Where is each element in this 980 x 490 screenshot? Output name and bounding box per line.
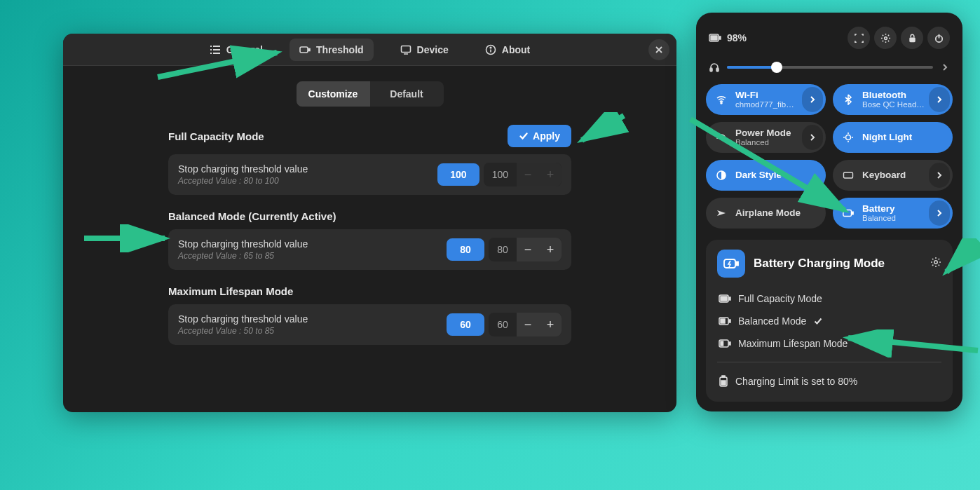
svg-point-26 — [846, 135, 851, 140]
threshold-stepper[interactable]: 80 − + — [489, 238, 562, 261]
settings-button[interactable] — [874, 27, 897, 49]
svg-rect-2 — [210, 49, 212, 50]
check-icon — [519, 131, 529, 141]
battery-full-icon — [719, 294, 731, 303]
lock-icon — [907, 33, 918, 43]
threshold-hint: Accepted Value : 80 to 100 — [178, 176, 437, 186]
bluetooth-submenu[interactable] — [929, 87, 950, 112]
svg-rect-17 — [711, 36, 717, 40]
battery-charging-icon — [717, 250, 745, 278]
svg-rect-46 — [721, 319, 725, 323]
threshold-label: Stop charging threshold value — [178, 313, 447, 325]
threshold-hint: Accepted Value : 50 to 85 — [178, 326, 447, 336]
svg-rect-52 — [721, 381, 726, 385]
svg-rect-49 — [721, 341, 723, 346]
wifi-submenu[interactable] — [802, 87, 823, 112]
tab-label: General — [226, 44, 263, 55]
lock-button[interactable] — [901, 27, 923, 49]
battery-icon — [709, 33, 721, 43]
svg-rect-22 — [710, 68, 712, 72]
segmented-control: Customize Default — [297, 81, 444, 107]
tab-about[interactable]: About — [475, 39, 540, 61]
svg-rect-16 — [719, 36, 721, 39]
chevron-right-icon — [935, 95, 944, 104]
svg-point-11 — [490, 47, 491, 48]
airplane-mode-toggle[interactable]: Airplane Mode — [706, 198, 826, 229]
svg-rect-1 — [213, 46, 220, 47]
battery-icon — [843, 207, 854, 219]
close-button[interactable] — [648, 39, 669, 60]
stepper-value: 80 — [489, 238, 517, 261]
wifi-icon — [716, 94, 727, 105]
headphones-icon — [709, 62, 720, 73]
gear-icon — [930, 257, 941, 268]
battery-icon — [299, 44, 311, 55]
segmented-default[interactable]: Default — [370, 81, 444, 107]
tab-device[interactable]: Device — [390, 39, 458, 61]
chevron-right-icon[interactable] — [940, 62, 950, 72]
charging-mode-max-lifespan[interactable]: Maximum Lifespan Mode — [717, 332, 941, 355]
mode-title-text: Maximum Lifespan Mode — [168, 285, 293, 297]
apply-button[interactable]: Apply — [508, 125, 571, 147]
tab-label: Threshold — [316, 44, 364, 55]
threshold-label: Stop charging threshold value — [178, 163, 437, 175]
dark-style-toggle[interactable]: Dark Style — [706, 160, 826, 191]
list-icon — [210, 44, 221, 55]
info-icon — [485, 44, 496, 55]
night-light-toggle[interactable]: Night Light — [833, 122, 953, 153]
threshold-value: 60 — [447, 313, 484, 336]
tab-label: About — [502, 44, 530, 55]
stepper-minus[interactable]: − — [517, 313, 539, 336]
battery-status[interactable]: 98% — [709, 32, 747, 43]
power-mode-toggle[interactable]: Power ModeBalanced — [706, 122, 826, 153]
mode-title-text: Balanced Mode (Currently Active) — [168, 210, 336, 222]
svg-point-40 — [934, 261, 937, 264]
svg-rect-42 — [729, 297, 730, 300]
tab-general[interactable]: General — [200, 39, 273, 61]
stepper-value: 60 — [489, 313, 517, 336]
svg-point-24 — [721, 102, 722, 104]
keyboard-submenu[interactable] — [929, 163, 950, 188]
gear-icon — [880, 33, 891, 43]
threshold-value: 80 — [447, 238, 484, 261]
screenshot-icon — [854, 33, 864, 43]
bluetooth-toggle[interactable]: BluetoothBose QC Head… — [833, 84, 953, 115]
power-button[interactable] — [927, 27, 950, 49]
svg-rect-48 — [729, 342, 730, 345]
svg-rect-23 — [716, 68, 719, 72]
stepper-plus[interactable]: + — [539, 313, 562, 336]
svg-rect-19 — [909, 37, 915, 42]
wifi-toggle[interactable]: Wi-Fichmod777_fib… — [706, 84, 826, 115]
power-mode-submenu[interactable] — [802, 125, 823, 150]
charging-settings-button[interactable] — [930, 257, 941, 271]
charging-mode-balanced[interactable]: Balanced Mode — [717, 310, 941, 332]
threshold-stepper[interactable]: 100 − + — [484, 163, 562, 186]
quick-settings-panel: 98% Wi-Fichmod777_fib… BluetoothBose QC … — [696, 13, 962, 411]
charging-mode-full[interactable]: Full Capacity Mode — [717, 287, 941, 310]
keyboard-icon — [843, 170, 854, 181]
stepper-plus[interactable]: + — [539, 238, 562, 261]
svg-rect-37 — [852, 212, 853, 215]
stepper-minus[interactable]: − — [517, 163, 539, 186]
chevron-right-icon — [935, 209, 944, 217]
charging-limit-status: Charging Limit is set to 80% — [717, 369, 941, 393]
stepper-minus[interactable]: − — [517, 238, 539, 261]
threshold-label: Stop charging threshold value — [178, 238, 447, 250]
threshold-stepper[interactable]: 60 − + — [489, 313, 562, 336]
monitor-icon — [400, 44, 411, 55]
svg-rect-32 — [844, 172, 853, 178]
stepper-plus[interactable]: + — [539, 163, 562, 186]
tab-threshold[interactable]: Threshold — [290, 39, 374, 61]
threshold-hint: Accepted Value : 65 to 85 — [178, 251, 447, 261]
screenshot-button[interactable] — [848, 27, 870, 49]
stepper-value: 100 — [484, 163, 517, 186]
battery-submenu[interactable] — [929, 200, 950, 226]
svg-rect-43 — [721, 297, 727, 301]
keyboard-toggle[interactable]: Keyboard — [833, 160, 953, 191]
battery-mode-toggle[interactable]: BatteryBalanced — [833, 198, 953, 229]
svg-rect-45 — [729, 320, 730, 322]
battery-low-icon — [719, 339, 731, 348]
segmented-customize[interactable]: Customize — [297, 81, 370, 107]
close-icon — [655, 46, 663, 54]
volume-slider[interactable] — [727, 66, 933, 69]
